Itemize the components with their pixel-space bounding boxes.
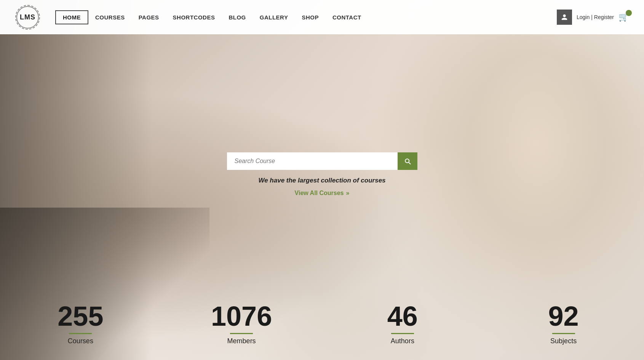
auth-separator: | (591, 14, 593, 20)
cart-icon[interactable]: 🛒 (618, 12, 629, 22)
stat-subjects-label: Subjects (550, 337, 577, 345)
nav-item-shop[interactable]: SHOP (295, 11, 326, 24)
view-all-courses-link[interactable]: View All Courses » (295, 190, 350, 197)
stat-courses-divider (69, 333, 92, 334)
cart-badge (626, 10, 632, 16)
nav-item-gallery[interactable]: GALLERY (253, 11, 295, 24)
stat-authors-number: 46 (387, 302, 418, 330)
nav-item-shortcodes[interactable]: SHORTCODES (166, 11, 222, 24)
login-link[interactable]: Login (577, 14, 590, 20)
nav-right: Login | Register 🛒 (557, 10, 629, 25)
search-button[interactable] (398, 152, 417, 170)
stat-subjects-divider (552, 333, 575, 334)
nav-item-pages[interactable]: PAGES (132, 11, 166, 24)
stat-authors-divider (391, 333, 414, 334)
search-icon (404, 157, 411, 165)
register-link[interactable]: Register (594, 14, 614, 20)
search-input[interactable] (227, 152, 398, 170)
nav-item-courses[interactable]: COURSES (88, 11, 132, 24)
logo-text: LMS (20, 13, 35, 21)
stat-courses-label: Courses (68, 337, 93, 345)
stat-courses-number: 255 (58, 302, 103, 330)
stat-members-number: 1076 (211, 302, 272, 330)
user-icon-button[interactable] (557, 10, 572, 25)
stats-bar: 255 Courses 1076 Members 46 Authors 92 S… (0, 299, 644, 360)
stat-members-divider (230, 333, 253, 334)
nav-item-contact[interactable]: CONTACT (326, 11, 368, 24)
logo[interactable]: LMS (15, 5, 40, 30)
stat-authors: 46 Authors (322, 302, 483, 357)
stat-members: 1076 Members (161, 302, 322, 357)
stat-authors-label: Authors (391, 337, 414, 345)
nav-links: HOME COURSES PAGES SHORTCODES BLOG GALLE… (55, 10, 557, 24)
nav-auth: Login | Register (577, 14, 614, 20)
hero-tagline: We have the largest collection of course… (258, 177, 385, 184)
search-bar (227, 152, 417, 170)
navbar: LMS HOME COURSES PAGES SHORTCODES BLOG G… (0, 0, 644, 34)
logo-circle: LMS (15, 5, 40, 30)
stat-subjects-number: 92 (548, 302, 579, 330)
stat-courses: 255 Courses (0, 302, 161, 357)
stat-members-label: Members (227, 337, 256, 345)
nav-item-home[interactable]: HOME (55, 10, 88, 24)
stat-subjects: 92 Subjects (483, 302, 644, 357)
nav-item-blog[interactable]: BLOG (222, 11, 252, 24)
